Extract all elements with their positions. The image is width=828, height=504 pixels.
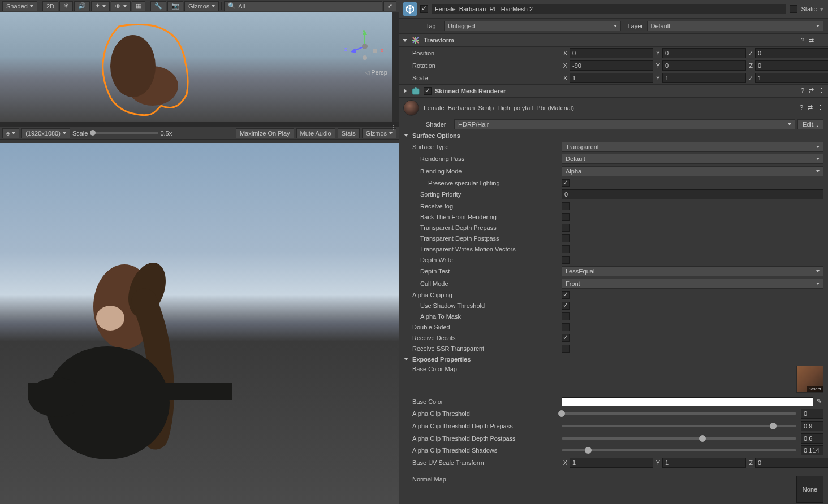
2d-toggle[interactable]: 2D (42, 1, 58, 11)
foldout-icon[interactable] (403, 133, 409, 138)
eyedropper-icon[interactable]: ✎ (814, 397, 823, 406)
receive-fog-checkbox[interactable] (562, 202, 570, 210)
alpha-clip-prepass-label: Alpha Clip Threshold Depth Prepass (403, 423, 562, 429)
cull-mode-dropdown[interactable]: Front (562, 279, 823, 289)
smr-enabled-checkbox[interactable] (424, 87, 432, 95)
audio-toggle-icon[interactable]: 🔊 (74, 1, 90, 11)
expand-icon[interactable]: ⤢ (383, 1, 396, 11)
scale-y-field[interactable] (662, 73, 746, 83)
menu-icon[interactable]: ⋮ (818, 87, 825, 94)
grid-icon[interactable]: ▦ (132, 1, 145, 11)
blending-mode-dropdown[interactable]: Alpha (562, 166, 823, 176)
shading-mode-dropdown[interactable]: Shaded (2, 1, 37, 11)
position-y-field[interactable] (662, 48, 746, 58)
tag-dropdown[interactable]: Untagged (444, 21, 621, 31)
normal-map-texture[interactable]: None (796, 476, 823, 503)
help-icon[interactable]: ? (801, 37, 804, 44)
double-sided-checkbox[interactable] (562, 323, 570, 331)
base-color-swatch[interactable] (562, 397, 813, 406)
alpha-clip-prepass-field[interactable] (801, 421, 823, 431)
camera-icon[interactable]: 📷 (167, 1, 183, 11)
rendering-pass-dropdown[interactable]: Default (562, 154, 823, 164)
transform-title: Transform (424, 37, 797, 44)
stats-toggle[interactable]: Stats (338, 128, 360, 138)
alpha-clip-prepass-slider[interactable] (562, 425, 796, 427)
persp-label[interactable]: ◁ Persp (365, 69, 387, 76)
base-uv-scale-label: Base UV Scale Transform (403, 459, 562, 466)
foldout-icon[interactable] (402, 37, 408, 43)
trans-depth-postpass-checkbox[interactable] (562, 234, 570, 242)
trans-motion-vectors-checkbox[interactable] (562, 245, 570, 253)
shader-dropdown[interactable]: HDRP/Hair (454, 119, 795, 129)
trans-depth-prepass-checkbox[interactable] (562, 224, 570, 232)
object-name-field[interactable] (432, 4, 786, 14)
smr-header[interactable]: Skinned Mesh Renderer ? ⇄ ⋮ (399, 84, 828, 98)
sorting-priority-field[interactable] (562, 189, 823, 199)
resolution-dropdown[interactable]: (1920x1080) (21, 128, 70, 138)
rotation-z-field[interactable] (755, 60, 828, 71)
preset-icon[interactable]: ⇄ (809, 87, 814, 94)
alpha-clip-shadows-slider[interactable] (562, 449, 796, 451)
help-icon[interactable]: ? (801, 87, 804, 94)
material-preview-icon[interactable] (403, 100, 419, 116)
receive-ssr-checkbox[interactable] (562, 345, 570, 353)
foldout-icon[interactable] (402, 88, 408, 94)
base-uv-z-field[interactable] (755, 458, 828, 468)
panel-divider[interactable]: ⋮ (0, 123, 399, 127)
exposed-properties-header[interactable]: Exposed Properties (399, 354, 828, 364)
position-z-field[interactable] (755, 48, 828, 58)
preset-icon[interactable]: ⇄ (809, 37, 814, 44)
static-dropdown-icon[interactable]: ▾ (820, 6, 823, 13)
use-shadow-threshold-checkbox[interactable] (562, 302, 570, 310)
menu-icon[interactable]: ⋮ (818, 37, 825, 44)
rotation-y-field[interactable] (662, 60, 746, 71)
scale-x-field[interactable] (570, 73, 653, 83)
scale-z-field[interactable] (755, 73, 828, 83)
mute-toggle[interactable]: Mute Audio (296, 128, 335, 138)
rotation-x-field[interactable] (570, 60, 653, 71)
static-checkbox[interactable] (790, 5, 797, 13)
back-then-front-checkbox[interactable] (562, 213, 570, 221)
scene-view[interactable]: y z x ◁ Persp (0, 12, 399, 123)
game-view[interactable] (0, 143, 399, 504)
layer-dropdown[interactable]: Default (647, 21, 824, 31)
surface-options-header[interactable]: Surface Options (399, 131, 828, 141)
preset-icon[interactable]: ⇄ (808, 104, 813, 111)
alpha-clipping-label: Alpha Clipping (403, 292, 562, 298)
tool-icon[interactable]: 🔧 (150, 1, 166, 11)
alpha-clip-threshold-field[interactable] (801, 409, 823, 419)
help-icon[interactable]: ? (800, 104, 803, 111)
scene-gizmo[interactable]: y z x (348, 29, 382, 63)
gameobject-icon[interactable] (403, 2, 417, 16)
edit-shader-button[interactable]: Edit... (797, 119, 823, 129)
display-dropdown[interactable]: e (2, 128, 19, 138)
alpha-to-mask-checkbox[interactable] (562, 312, 570, 320)
hidden-toggle-icon[interactable]: 👁 (111, 1, 131, 11)
scale-slider[interactable] (90, 132, 158, 134)
scene-scrollbar[interactable] (392, 12, 399, 122)
search-field[interactable]: 🔍 All (224, 1, 382, 11)
foldout-icon[interactable] (403, 357, 409, 362)
receive-decals-checkbox[interactable] (562, 334, 570, 342)
base-uv-x-field[interactable] (570, 458, 653, 468)
base-color-map-texture[interactable]: Select (796, 366, 823, 393)
transform-header[interactable]: Transform ? ⇄ ⋮ (399, 33, 828, 47)
alpha-clip-threshold-slider[interactable] (562, 412, 796, 415)
alpha-clipping-checkbox[interactable] (562, 291, 570, 299)
position-x-field[interactable] (570, 48, 653, 58)
alpha-clip-shadows-field[interactable] (801, 445, 823, 455)
preserve-specular-checkbox[interactable] (562, 179, 570, 187)
menu-icon[interactable]: ⋮ (817, 104, 823, 111)
depth-write-checkbox[interactable] (562, 256, 570, 264)
depth-test-dropdown[interactable]: LessEqual (562, 266, 823, 276)
alpha-clip-postpass-field[interactable] (801, 433, 823, 444)
base-uv-y-field[interactable] (662, 458, 746, 468)
surface-type-dropdown[interactable]: Transparent (562, 142, 823, 152)
fx-toggle-icon[interactable]: ✦ (91, 1, 110, 11)
maximize-toggle[interactable]: Maximize On Play (236, 128, 294, 138)
preserve-specular-label: Preserve specular lighting (403, 180, 562, 186)
active-checkbox[interactable] (420, 5, 428, 13)
lighting-toggle-icon[interactable]: ☀ (59, 1, 73, 11)
gizmos-dropdown[interactable]: Gizmos (184, 1, 219, 11)
alpha-clip-postpass-slider[interactable] (562, 437, 796, 440)
